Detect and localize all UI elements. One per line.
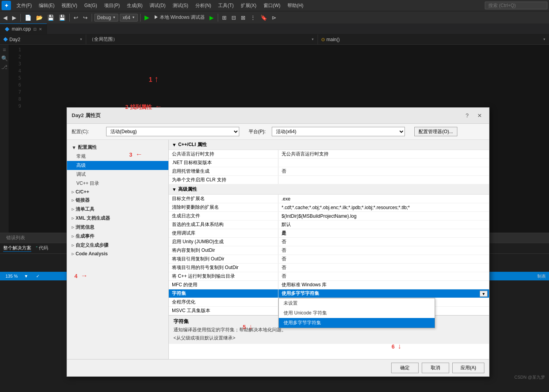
zoom-dropdown-icon[interactable]: ▼ xyxy=(22,274,31,278)
start-button[interactable]: ▶ xyxy=(208,14,215,22)
config-manager-button[interactable]: 配置管理器(O)... xyxy=(414,127,457,136)
tree-item-custom-build[interactable]: ▷ 自定义生成步骤 xyxy=(67,241,168,250)
charset-dropdown-button[interactable]: ▼ xyxy=(480,291,488,296)
menu-view[interactable]: 视图(V) xyxy=(58,2,80,10)
zoom-control[interactable]: 135 % ▼ xyxy=(3,274,31,278)
menu-tools[interactable]: 工具(T) xyxy=(215,2,237,10)
prop-copy-proj-ref-value: 否 xyxy=(278,255,489,263)
run-button[interactable]: ▶ xyxy=(143,13,151,22)
config-dropdown-arrow: ▼ xyxy=(112,16,116,19)
prop-clean-ext-value: *.cdf;*.cache;*.obj;*.obj.enc;*.ilk;*.ip… xyxy=(278,204,489,211)
prop-mfc-use[interactable]: MFC 的使用 使用标准 Windows 库 xyxy=(169,281,489,289)
menu-build[interactable]: 生成(B) xyxy=(124,2,146,10)
adv-section-label: 高级属性 xyxy=(178,186,197,193)
new-file-button[interactable]: 📄 xyxy=(23,14,33,22)
nav-project-dropdown[interactable]: 🔷 Day2 ▼ xyxy=(0,34,86,44)
tree-item-manifest[interactable]: ▷ 清单工具 xyxy=(67,205,168,214)
prop-unity-build[interactable]: 启用 Unity (JUMBO)生成 否 xyxy=(169,238,489,246)
menu-file[interactable]: 文件(F) xyxy=(13,2,35,10)
tree-item-advanced[interactable]: 高级 xyxy=(67,161,168,170)
prop-clean-ext-name: 清除时要删除的扩展名 xyxy=(169,203,278,211)
tree-item-linker[interactable]: ▷ 链接器 xyxy=(67,196,168,205)
prop-use-debug-libs[interactable]: 使用调试库 是 xyxy=(169,229,489,238)
prop-copy-symbols[interactable]: 将项目引用的符号复制到 OutDir 否 xyxy=(169,264,489,272)
prop-charset-value: 使用多字节字符集 xyxy=(278,289,489,298)
menu-window[interactable]: 窗口(W) xyxy=(260,2,284,10)
ok-button[interactable]: 确定 xyxy=(391,363,419,373)
prop-clr-per-file[interactable]: 为单个文件启用 CLR 支持 xyxy=(169,176,489,184)
toolbar-btn-11[interactable]: ⊳ xyxy=(270,14,278,22)
toolbar-btn-9[interactable]: ⋮ xyxy=(249,14,257,22)
platform-dropdown[interactable]: x64 ▼ xyxy=(120,14,137,22)
dialog-help-button[interactable]: ? xyxy=(462,111,472,120)
menu-git[interactable]: Git(G) xyxy=(81,2,100,9)
menu-test[interactable]: 测试(S) xyxy=(170,2,191,10)
toolbar-btn-6[interactable]: ⊞ xyxy=(220,14,228,22)
tree-root[interactable]: ▼ 配置属性 xyxy=(67,143,168,152)
tree-item-linker-label: 链接器 xyxy=(76,197,90,204)
prop-copy-proj-ref[interactable]: 将项目引用复制到 OutDir 否 xyxy=(169,255,489,264)
collapse-cpp-icon[interactable]: ▼ xyxy=(172,142,177,148)
undo-button[interactable]: ↩ xyxy=(72,14,80,22)
tree-item-code-analysis[interactable]: ▷ Code Analysis xyxy=(67,250,168,258)
redo-button[interactable]: ↪ xyxy=(81,14,89,22)
prop-copy-symbols-value: 否 xyxy=(278,264,489,272)
prop-target-ext[interactable]: 目标文件扩展名 .exe xyxy=(169,195,489,203)
save-button[interactable]: 💾 xyxy=(46,14,56,22)
prop-copy-content[interactable]: 将内容复制到 OutDir 否 xyxy=(169,246,489,255)
option-unicode[interactable]: 使用 Unicode 字符集 xyxy=(279,308,435,318)
tab-main-cpp[interactable]: 🔷 main.cpp ⊡ ✕ xyxy=(0,23,47,34)
error-list-tab[interactable]: 错误列表 xyxy=(3,234,28,242)
option-unset[interactable]: 未设置 xyxy=(279,298,435,308)
back-button[interactable]: ◀ xyxy=(2,14,9,22)
prop-net-target[interactable]: .NET 目标框架版本 xyxy=(169,159,489,167)
code-label[interactable]: 代码 xyxy=(39,245,48,251)
option-multibyte[interactable]: 使用多字节字符集 xyxy=(279,318,435,328)
solution-scope[interactable]: 整个解决方案 xyxy=(3,245,31,252)
prop-clean-ext[interactable]: 清除时要删除的扩展名 *.cdf;*.cache;*.obj;*.obj.enc… xyxy=(169,203,489,212)
tree-item-cpp[interactable]: ▷ C/C++ xyxy=(67,188,168,196)
tree-item-manifest-label: 清单工具 xyxy=(76,206,94,213)
forward-button[interactable]: ▶ xyxy=(11,14,18,22)
platform-select[interactable]: 活动(x64) xyxy=(272,127,405,136)
prop-copy-runtime[interactable]: 将 C++ 运行时复制到输出目录 否 xyxy=(169,272,489,281)
nav-scope-dropdown[interactable]: （全局范围） ▼ xyxy=(86,34,318,44)
tree-item-build-events[interactable]: ▷ 生成事件 xyxy=(67,232,168,241)
open-button[interactable]: 📂 xyxy=(34,14,44,22)
prop-clr-support[interactable]: 公共语言运行时支持 无公共语言运行时支持 xyxy=(169,150,489,159)
collapse-adv-icon[interactable]: ▼ xyxy=(172,187,177,192)
prop-charset[interactable]: 字符集 使用多字节字符集 ▼ xyxy=(169,289,489,298)
bookmark-button[interactable]: 🔖 xyxy=(259,14,269,22)
menu-debug[interactable]: 调试(D) xyxy=(146,2,169,10)
tree-item-general[interactable]: 常规 xyxy=(67,152,168,161)
dialog-close-button[interactable]: ✕ xyxy=(475,111,484,120)
tab-close-button[interactable]: ✕ xyxy=(39,27,42,31)
tree-item-browse[interactable]: ▷ 浏览信息 xyxy=(67,223,168,232)
tree-item-debug[interactable]: 调试 xyxy=(67,170,168,179)
check-status[interactable]: ✓ xyxy=(34,274,42,279)
menu-project[interactable]: 项目(P) xyxy=(101,2,123,10)
save-all-button[interactable]: 💾 xyxy=(57,14,67,22)
menu-extensions[interactable]: 扩展(X) xyxy=(238,2,260,10)
menu-help[interactable]: 帮助(H) xyxy=(284,2,307,10)
nav-func-dropdown[interactable]: ⊙ main() ▼ xyxy=(318,34,549,44)
editor-container: ≡ 🔍 ⎇ 1 2 3 4 5 6 7 8 9 Day2 属性页 ? ✕ xyxy=(0,45,549,233)
toolbar-btn-8[interactable]: ⊠ xyxy=(239,14,247,22)
cancel-button[interactable]: 取消 xyxy=(422,363,449,373)
toolbar-btn-7[interactable]: ⊟ xyxy=(230,14,238,22)
config-select[interactable]: 活动(Debug) xyxy=(106,127,239,136)
tree-item-xml[interactable]: ▷ XML 文档生成器 xyxy=(67,214,168,223)
prop-managed-incremental[interactable]: 启用托管增量生成 否 xyxy=(169,167,489,176)
config-dropdown[interactable]: Debug ▼ xyxy=(94,14,118,22)
prop-copy-content-name: 将内容复制到 OutDir xyxy=(169,246,278,255)
prop-build-log[interactable]: 生成日志文件 $(IntDir)$(MSBuildProjectName).lo… xyxy=(169,212,489,220)
tree-item-xml-label: XML 文档生成器 xyxy=(76,215,110,222)
code-label-wrapper: ″ 代码 xyxy=(36,245,48,252)
menu-analyze[interactable]: 分析(N) xyxy=(192,2,215,10)
apply-button[interactable]: 应用(A) xyxy=(452,363,484,373)
menu-edit[interactable]: 编辑(E) xyxy=(36,2,58,10)
search-input[interactable] xyxy=(485,2,547,9)
tree-item-vc-dirs[interactable]: VC++ 目录 xyxy=(67,179,168,188)
prop-preferred-arch[interactable]: 首选的生成工具体系结构 默认 xyxy=(169,220,489,229)
run-label: ▶ 本地 Windows 调试器 xyxy=(154,14,205,21)
